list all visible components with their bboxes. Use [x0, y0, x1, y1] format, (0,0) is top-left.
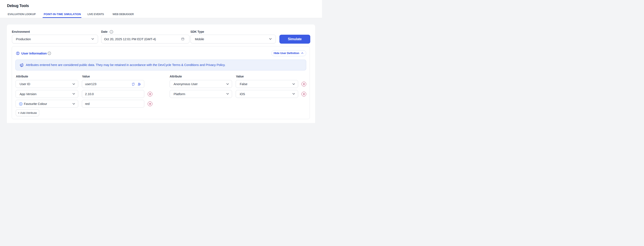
svg-text:i: i	[111, 31, 112, 33]
svg-text:i: i	[49, 52, 50, 54]
svg-text:S: S	[20, 103, 21, 105]
